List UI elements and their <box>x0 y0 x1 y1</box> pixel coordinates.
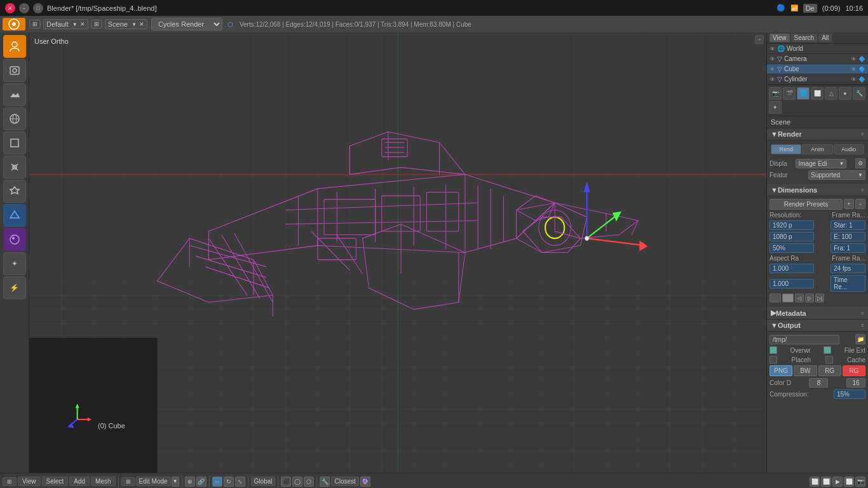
tool-r-3[interactable]: ▶ <box>832 477 843 487</box>
color-swatch-2[interactable] <box>782 294 794 302</box>
mode-selector[interactable]: ⊞ Edit Mode ▼ <box>121 477 179 487</box>
props-icon-object[interactable]: ⬜ <box>811 87 824 100</box>
last-frame-btn[interactable]: ▷| <box>815 294 824 302</box>
translate-btn[interactable]: ↔ <box>212 477 222 487</box>
output-path-input[interactable]: /tmp/ <box>770 335 839 344</box>
res-pct-input[interactable]: 50% <box>770 243 814 253</box>
mode-arrow[interactable]: ▼ <box>172 477 179 487</box>
render-tab-rend[interactable]: Rend <box>771 144 801 154</box>
viewport-type-selector[interactable]: ⊞ <box>29 20 41 29</box>
tool-r-2[interactable]: ⬜ <box>821 477 831 487</box>
color-swatch-1[interactable] <box>770 294 781 302</box>
props-icon-modifier[interactable]: 🔧 <box>853 87 865 100</box>
props-icon-data[interactable]: △ <box>825 87 837 100</box>
tool-btn-4[interactable]: 🔧 <box>320 477 330 487</box>
metadata-section-header[interactable]: ▶ Metadata ≡ <box>767 307 868 320</box>
sidebar-icon-modifier[interactable] <box>3 180 26 203</box>
render-presets-add[interactable]: + <box>844 199 854 209</box>
render-type-selector[interactable]: ⊞ <box>91 20 102 29</box>
sidebar-icon-render[interactable] <box>3 59 26 82</box>
output-browse-btn[interactable]: 📁 <box>855 334 865 344</box>
sidebar-icon-material[interactable] <box>3 228 26 251</box>
placeh-checkbox[interactable] <box>770 356 777 363</box>
rotate-btn[interactable]: ↻ <box>224 477 234 487</box>
minimize-button[interactable]: − <box>19 3 29 13</box>
render-section-header[interactable]: ▼ Render ≡ <box>767 128 868 140</box>
outliner-item-cylinder[interactable]: 👁 ▽ Cylinder 👁 🔷 <box>767 74 868 85</box>
close-button[interactable]: ✕ <box>5 3 15 13</box>
color-d-input-8[interactable]: 8 <box>809 378 828 388</box>
tool-r-1[interactable]: ⬜ <box>810 477 820 487</box>
aspect-x-input[interactable]: 1.000 <box>770 264 814 273</box>
layout-close[interactable]: ✕ <box>80 21 85 27</box>
display-dropdown[interactable]: Image Edi ▼ <box>796 159 846 168</box>
props-icon-render[interactable]: 📷 <box>769 87 782 100</box>
snap-select[interactable]: Closest <box>331 477 358 486</box>
start-input[interactable]: Star: 1 <box>831 220 865 230</box>
compression-input[interactable]: 15% <box>834 390 865 399</box>
add-btn[interactable]: Add <box>69 477 90 486</box>
snap-btn[interactable]: 🔗 <box>196 477 207 487</box>
outliner-item-camera[interactable]: 👁 ▽ Camera 👁 🔷 <box>767 54 868 64</box>
aspect-y-input[interactable]: 1.000 <box>770 279 814 288</box>
layout-selector[interactable]: Default ▼ ✕ <box>43 19 88 29</box>
end-input[interactable]: E: 100 <box>831 232 865 241</box>
scale-btn[interactable]: ⤡ <box>235 477 245 487</box>
format-png-btn[interactable]: PNG <box>770 365 792 376</box>
dimensions-section-header[interactable]: ▼ Dimensions ≡ <box>767 184 868 196</box>
outliner-tab-all[interactable]: All <box>818 34 832 42</box>
sidebar-icon-constraint[interactable] <box>3 156 26 179</box>
file-ext-checkbox[interactable] <box>824 346 831 354</box>
snap-magnet-btn[interactable]: 🔮 <box>360 477 370 487</box>
format-rb-btn[interactable]: RG <box>843 365 865 376</box>
outliner-tab-view[interactable]: View <box>770 34 790 42</box>
fra-input[interactable]: Fra: 1 <box>831 243 865 253</box>
props-icon-world[interactable]: 🌐 <box>797 87 810 100</box>
tool-btn-3[interactable]: ⬡ <box>304 477 314 487</box>
format-bw-btn[interactable]: BW <box>794 365 817 376</box>
render-presets-btn[interactable]: Render Presets <box>770 199 843 210</box>
props-icon-material[interactable]: ● <box>839 87 851 100</box>
maximize-button[interactable]: □ <box>33 3 43 13</box>
color-d-input-16[interactable]: 16 <box>846 378 865 388</box>
render-tab-audio[interactable]: Audio <box>834 144 864 154</box>
overwrite-checkbox[interactable] <box>770 346 777 354</box>
render-tab-anim[interactable]: Anim <box>802 144 832 154</box>
sidebar-icon-world[interactable] <box>3 107 26 130</box>
scene-selector[interactable]: Scene ▼ ✕ <box>105 19 147 29</box>
view-btn[interactable]: View <box>18 477 41 486</box>
sidebar-icon-particle[interactable]: ✦ <box>3 252 26 275</box>
global-select[interactable]: Global <box>251 477 276 486</box>
props-icon-scene[interactable]: 🎬 <box>783 87 796 100</box>
tool-r-5[interactable]: 📷 <box>855 477 865 487</box>
tool-btn-2[interactable]: ◯ <box>292 477 302 487</box>
output-section-header[interactable]: ▼ Output ≡ <box>767 320 868 332</box>
viewport-expand-button[interactable]: + <box>755 35 764 44</box>
mode-select[interactable]: Edit Mode <box>136 477 171 486</box>
outliner-item-cube[interactable]: 👁 ▽ Cube 👁 🔷 <box>767 64 868 74</box>
props-icon-particles[interactable]: ✦ <box>769 101 782 114</box>
res-x-input[interactable]: 1920 p <box>770 220 814 230</box>
viewport[interactable]: User Ortho + <box>29 32 766 473</box>
feature-dropdown[interactable]: Supported ▼ <box>808 170 865 180</box>
select-btn[interactable]: Select <box>42 477 69 486</box>
sidebar-icon-object[interactable] <box>3 132 26 154</box>
pivot-btn[interactable]: ⊕ <box>185 477 195 487</box>
scene-close[interactable]: ✕ <box>139 21 144 27</box>
render-presets-remove[interactable]: − <box>855 199 865 209</box>
fps-input[interactable]: 24 fps <box>831 264 865 273</box>
cache-checkbox[interactable] <box>825 356 833 363</box>
sidebar-icon-scene[interactable] <box>3 83 26 106</box>
format-rg-btn[interactable]: RG <box>818 365 841 376</box>
sidebar-icon-physics[interactable]: ⚡ <box>3 276 26 299</box>
render-engine-select[interactable]: Cycles Render Blender Render <box>151 18 222 30</box>
prev-frame-btn[interactable]: ◁ <box>795 294 804 302</box>
sidebar-icon-user[interactable] <box>3 35 26 58</box>
outliner-item-world[interactable]: 👁 🌐 World <box>767 44 868 54</box>
viewport-icon-btn[interactable]: ⊞ <box>3 477 17 486</box>
time-re-input[interactable]: Time Re... <box>831 275 865 292</box>
display-options-btn[interactable]: ⚙ <box>855 158 865 168</box>
sidebar-icon-data[interactable] <box>3 204 26 227</box>
next-frame-btn[interactable]: ▷ <box>805 294 814 302</box>
tool-r-4[interactable]: ⬜ <box>844 477 854 487</box>
